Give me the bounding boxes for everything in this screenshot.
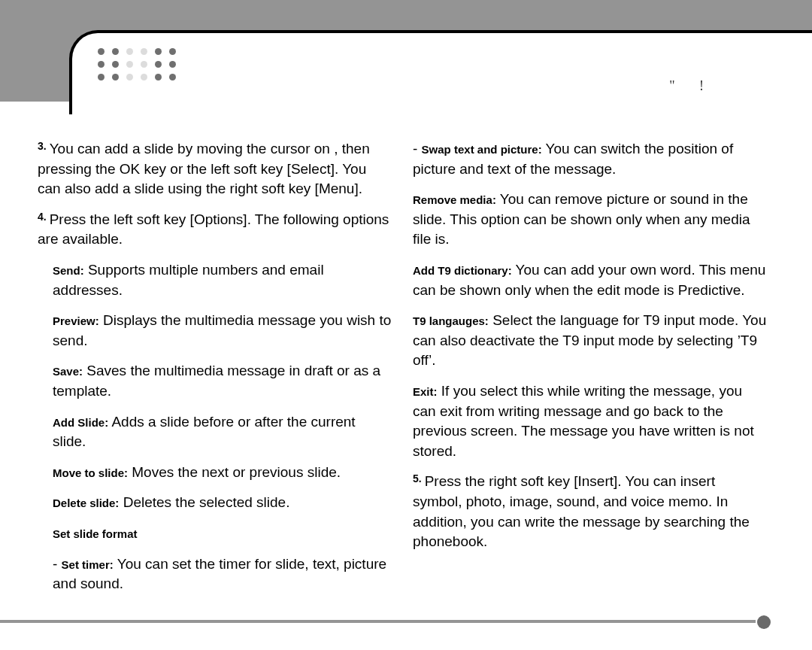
opt-swap: - Swap text and picture: You can switch … [413, 139, 767, 179]
opt-send: Send: Supports multiple numbers and emai… [53, 260, 392, 300]
column-left: 3.You can add a slide by moving the curs… [38, 139, 392, 612]
opt-remove-media: Remove media: You can remove picture or … [413, 190, 767, 250]
opt-set-slide-format: Set slide format [53, 524, 392, 544]
content: 3.You can add a slide by moving the curs… [38, 139, 767, 612]
opt-delete-slide: Delete slide: Deletes the selected slide… [53, 493, 392, 513]
page: " ! 3.You can add a slide by moving the … [0, 0, 812, 650]
step-5: 5.Press the right soft key [Insert]. You… [413, 472, 767, 551]
opt-preview: Preview: Displays the multimedia message… [53, 311, 392, 351]
opt-move-to-slide: Move to slide: Moves the next or previou… [53, 463, 392, 483]
opt-t9-languages: T9 langauges: Select the language for T9… [413, 311, 767, 371]
header-mark: " ! [669, 78, 714, 94]
step-4: 4.Press the left soft key [Options]. The… [38, 210, 392, 250]
footer-rule [0, 620, 756, 623]
opt-save: Save: Saves the multimedia message in dr… [53, 361, 392, 401]
page-frame [69, 30, 812, 114]
decorative-dot-grid [98, 48, 812, 80]
column-right: - Swap text and picture: You can switch … [413, 139, 767, 612]
opt-add-t9: Add T9 dictionary: You can add your own … [413, 260, 767, 300]
opt-set-timer: - Set timer: You can set the timer for s… [53, 554, 392, 594]
opt-exit: Exit: If you select this while writing t… [413, 381, 767, 461]
step-3: 3.You can add a slide by moving the curs… [38, 139, 392, 199]
footer-dot-icon [757, 615, 771, 629]
opt-add-slide: Add Slide: Adds a slide before or after … [53, 412, 392, 452]
